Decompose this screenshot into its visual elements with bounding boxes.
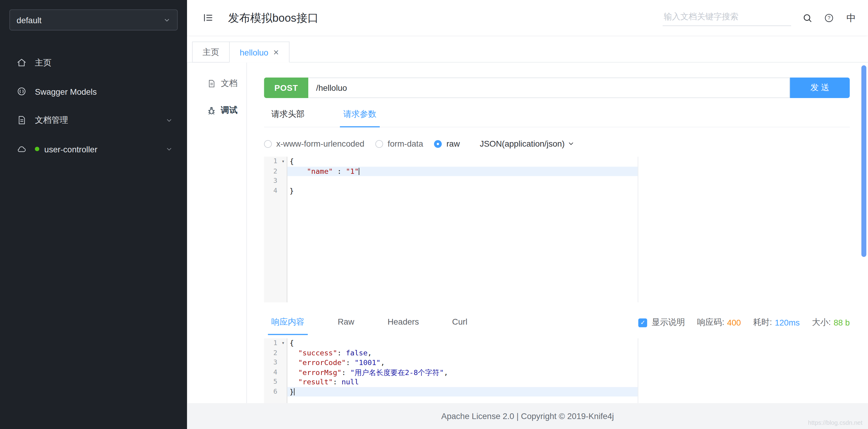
body-type-raw[interactable]: raw <box>434 139 460 148</box>
code-line: 5 "result": null <box>264 377 638 387</box>
send-button[interactable]: 发 送 <box>790 78 849 98</box>
fold-gutter <box>279 377 287 387</box>
page-title: 发布模拟boos接口 <box>228 10 318 25</box>
svg-text:?: ? <box>828 16 830 21</box>
code-line: 1{ <box>264 157 638 166</box>
response-tab[interactable]: 响应内容 <box>271 317 304 335</box>
line-number: 4 <box>264 367 279 377</box>
sidebar-item-label: 文档管理 <box>35 115 165 125</box>
radio-icon <box>434 140 442 148</box>
response-tabs: 响应内容RawHeadersCurl <box>264 317 467 335</box>
help-icon[interactable]: ? <box>824 12 834 23</box>
status-dot <box>35 147 39 151</box>
doc-mini-nav: 文档 调试 <box>187 62 247 403</box>
sidebar-item-swagger-models[interactable]: Swagger Models <box>0 77 187 105</box>
request-body-editor[interactable]: 1{2 "name" : "1"34} <box>264 157 639 302</box>
response-meta: 显示说明 响应码: 400 耗时: 120ms 大小: 88 b <box>639 317 850 328</box>
size-label: 大小: <box>812 317 831 328</box>
group-select-value: default <box>17 15 42 25</box>
code-line: 4} <box>264 186 638 195</box>
mini-nav-doc[interactable]: 文档 <box>187 70 246 97</box>
doc-search <box>662 9 791 26</box>
elapsed-value: 120ms <box>775 318 800 327</box>
sidebar-item-label: 主页 <box>35 57 173 68</box>
radio-icon <box>264 140 272 148</box>
sidebar: default 主页Swagger Models文档管理user-control… <box>0 0 187 429</box>
doc-body: 文档 调试 POST 发 送 请求头部请求参数 x-www-form-url <box>187 62 868 403</box>
sidebar-item-label: Swagger Models <box>35 87 173 96</box>
license-text: Apache License 2.0 | Copyright © 2019-Kn… <box>441 411 614 421</box>
code-line: 2 "success": false, <box>264 348 638 358</box>
debug-bug-icon <box>207 106 216 115</box>
fold-gutter <box>279 186 287 195</box>
swagger-icon <box>17 86 27 96</box>
text-cursor <box>294 388 294 395</box>
fold-arrow-icon <box>279 338 287 348</box>
tab-label: helloluo <box>240 48 269 57</box>
request-tab[interactable]: 请求头部 <box>271 109 304 127</box>
body-type-form-data[interactable]: form-data <box>375 139 423 148</box>
home-icon <box>17 58 27 68</box>
code-line: 4 "errorMsg": "用户名长度要在2-8个字符", <box>264 367 638 377</box>
request-tab[interactable]: 请求参数 <box>343 109 376 127</box>
mini-nav-debug-label: 调试 <box>221 105 237 116</box>
mini-nav-debug[interactable]: 调试 <box>187 97 246 124</box>
request-tabs: 请求头部请求参数 <box>264 109 850 128</box>
response-body-editor[interactable]: 1{2 "success": false,3 "errorCode": "100… <box>264 338 639 405</box>
topbar: 发布模拟boos接口 ? 中 <box>187 0 868 35</box>
show-desc-checkbox[interactable] <box>639 318 647 327</box>
response-tab[interactable]: Headers <box>388 317 419 335</box>
watermark-text: https://blog.csdn.net <box>808 419 863 426</box>
status-code-label: 响应码: <box>697 317 724 328</box>
chevron-down-icon <box>567 140 575 147</box>
search-icon[interactable] <box>802 12 813 23</box>
body-type-row: x-www-form-urlencodedform-datarawJSON(ap… <box>264 139 850 148</box>
sidebar-item-doc-manage[interactable]: 文档管理 <box>0 106 187 134</box>
size-value: 88 b <box>834 318 850 327</box>
sidebar-item-user-controller[interactable]: user-controller <box>0 134 187 163</box>
tab-label: 主页 <box>203 47 219 57</box>
document-icon <box>207 79 216 88</box>
language-toggle[interactable]: 中 <box>846 11 856 24</box>
fold-gutter <box>279 387 287 396</box>
tab-helloluo[interactable]: helloluo <box>229 42 289 63</box>
fold-gutter <box>279 358 287 367</box>
line-number: 4 <box>264 186 279 195</box>
main-area: 发布模拟boos接口 ? 中 主页helloluo 文档 <box>187 0 868 429</box>
url-input[interactable] <box>308 78 790 98</box>
menu-fold-icon[interactable] <box>203 12 214 23</box>
search-input[interactable] <box>664 12 790 21</box>
line-number: 6 <box>264 387 279 396</box>
body-type-x-www-form-urlencoded[interactable]: x-www-form-urlencoded <box>264 139 365 148</box>
scrollbar-thumb[interactable] <box>861 65 867 257</box>
sidebar-menu: 主页Swagger Models文档管理user-controller <box>0 48 187 163</box>
text-cursor <box>359 167 360 175</box>
elapsed-label: 耗时: <box>753 317 772 328</box>
line-number: 2 <box>264 166 279 176</box>
close-icon[interactable] <box>273 48 279 57</box>
code-line: 1{ <box>264 338 638 348</box>
line-number: 1 <box>264 338 279 348</box>
group-select[interactable]: default <box>9 9 178 30</box>
chevron-down-icon <box>165 145 173 153</box>
code-line: 2 "name" : "1" <box>264 166 638 176</box>
debug-panel: POST 发 送 请求头部请求参数 x-www-form-urlencodedf… <box>247 62 868 403</box>
code-line: 3 "errorCode": "1001", <box>264 358 638 367</box>
radio-icon <box>375 140 383 148</box>
response-tab[interactable]: Raw <box>338 317 354 335</box>
fold-gutter <box>279 166 287 176</box>
content-type-select[interactable]: JSON(application/json) <box>480 139 575 148</box>
content-type-label: JSON(application/json) <box>480 139 565 148</box>
tab-home[interactable]: 主页 <box>192 42 230 63</box>
response-tab[interactable]: Curl <box>452 317 467 335</box>
line-number: 2 <box>264 348 279 358</box>
line-number: 1 <box>264 157 279 166</box>
fold-arrow-icon <box>279 157 287 166</box>
sidebar-item-home[interactable]: 主页 <box>0 48 187 77</box>
method-button[interactable]: POST <box>264 78 309 98</box>
status-code-value: 400 <box>727 318 741 327</box>
docs-icon <box>17 115 27 125</box>
line-number: 3 <box>264 358 279 367</box>
show-desc-label: 显示说明 <box>652 317 685 328</box>
response-header: 响应内容RawHeadersCurl 显示说明 响应码: 400 耗时: 120… <box>264 317 850 335</box>
